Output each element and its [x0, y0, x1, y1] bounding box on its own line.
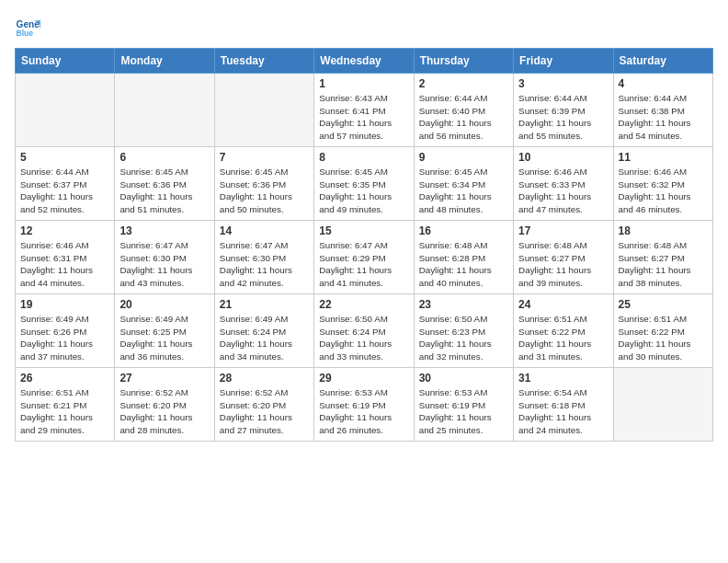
day-number: 5 [20, 151, 109, 164]
calendar-cell [115, 74, 214, 147]
calendar-cell: 12Sunrise: 6:46 AM Sunset: 6:31 PM Dayli… [16, 221, 115, 294]
day-info: Sunrise: 6:44 AM Sunset: 6:37 PM Dayligh… [20, 166, 109, 216]
header-saturday: Saturday [613, 49, 712, 74]
day-number: 25 [619, 298, 708, 311]
calendar-body: 1Sunrise: 6:43 AM Sunset: 6:41 PM Daylig… [16, 74, 713, 442]
day-number: 13 [119, 224, 209, 237]
calendar-cell [16, 74, 115, 147]
day-number: 8 [319, 151, 408, 164]
day-number: 16 [419, 224, 508, 237]
page-header: General Blue [15, 15, 713, 40]
calendar-cell: 4Sunrise: 6:44 AM Sunset: 6:38 PM Daylig… [613, 74, 712, 147]
day-number: 26 [20, 372, 109, 385]
day-number: 19 [20, 298, 109, 311]
day-info: Sunrise: 6:54 AM Sunset: 6:18 PM Dayligh… [518, 386, 608, 437]
header-thursday: Thursday [414, 49, 513, 74]
calendar-cell: 2Sunrise: 6:44 AM Sunset: 6:40 PM Daylig… [414, 74, 513, 147]
day-info: Sunrise: 6:53 AM Sunset: 6:19 PM Dayligh… [319, 386, 408, 437]
header-tuesday: Tuesday [214, 49, 313, 74]
day-info: Sunrise: 6:53 AM Sunset: 6:19 PM Dayligh… [419, 386, 508, 437]
calendar-cell: 17Sunrise: 6:48 AM Sunset: 6:27 PM Dayli… [514, 221, 613, 294]
calendar-cell: 23Sunrise: 6:50 AM Sunset: 6:23 PM Dayli… [414, 294, 513, 368]
day-number: 15 [319, 224, 408, 237]
day-info: Sunrise: 6:45 AM Sunset: 6:35 PM Dayligh… [319, 166, 408, 216]
calendar-cell: 25Sunrise: 6:51 AM Sunset: 6:22 PM Dayli… [613, 294, 712, 368]
day-info: Sunrise: 6:48 AM Sunset: 6:27 PM Dayligh… [518, 239, 608, 290]
week-row-1: 5Sunrise: 6:44 AM Sunset: 6:37 PM Daylig… [16, 147, 713, 221]
day-info: Sunrise: 6:48 AM Sunset: 6:27 PM Dayligh… [619, 239, 708, 290]
day-number: 22 [319, 298, 408, 311]
day-info: Sunrise: 6:49 AM Sunset: 6:25 PM Dayligh… [119, 313, 209, 363]
day-number: 3 [518, 77, 608, 90]
header-friday: Friday [514, 49, 613, 74]
day-info: Sunrise: 6:46 AM Sunset: 6:33 PM Dayligh… [518, 166, 608, 216]
day-number: 4 [619, 77, 708, 90]
day-number: 7 [220, 151, 309, 164]
week-row-4: 26Sunrise: 6:51 AM Sunset: 6:21 PM Dayli… [16, 368, 713, 442]
day-number: 29 [319, 372, 408, 385]
day-number: 12 [20, 224, 109, 237]
calendar-cell: 27Sunrise: 6:52 AM Sunset: 6:20 PM Dayli… [115, 368, 214, 442]
calendar-cell: 20Sunrise: 6:49 AM Sunset: 6:25 PM Dayli… [115, 294, 214, 368]
day-info: Sunrise: 6:51 AM Sunset: 6:22 PM Dayligh… [518, 313, 608, 363]
calendar-cell: 15Sunrise: 6:47 AM Sunset: 6:29 PM Dayli… [314, 221, 414, 294]
day-info: Sunrise: 6:47 AM Sunset: 6:29 PM Dayligh… [319, 239, 408, 290]
day-number: 21 [220, 298, 309, 311]
day-number: 10 [518, 151, 608, 164]
logo: General Blue [15, 15, 44, 40]
calendar-cell: 10Sunrise: 6:46 AM Sunset: 6:33 PM Dayli… [514, 147, 613, 221]
day-number: 18 [619, 224, 708, 237]
day-info: Sunrise: 6:50 AM Sunset: 6:24 PM Dayligh… [319, 313, 408, 363]
calendar-cell: 21Sunrise: 6:49 AM Sunset: 6:24 PM Dayli… [214, 294, 313, 368]
header-wednesday: Wednesday [314, 49, 414, 74]
day-number: 11 [619, 151, 708, 164]
day-info: Sunrise: 6:49 AM Sunset: 6:26 PM Dayligh… [20, 313, 109, 363]
calendar-cell: 22Sunrise: 6:50 AM Sunset: 6:24 PM Dayli… [314, 294, 414, 368]
day-info: Sunrise: 6:43 AM Sunset: 6:41 PM Dayligh… [319, 92, 408, 143]
day-info: Sunrise: 6:45 AM Sunset: 6:34 PM Dayligh… [419, 166, 508, 216]
day-info: Sunrise: 6:46 AM Sunset: 6:32 PM Dayligh… [619, 166, 708, 216]
svg-text:Blue: Blue [17, 29, 34, 38]
day-number: 24 [518, 298, 608, 311]
calendar-cell: 18Sunrise: 6:48 AM Sunset: 6:27 PM Dayli… [613, 221, 712, 294]
day-number: 27 [119, 372, 209, 385]
day-number: 30 [419, 372, 508, 385]
week-row-3: 19Sunrise: 6:49 AM Sunset: 6:26 PM Dayli… [16, 294, 713, 368]
day-info: Sunrise: 6:47 AM Sunset: 6:30 PM Dayligh… [119, 239, 209, 290]
day-number: 31 [518, 372, 608, 385]
day-info: Sunrise: 6:51 AM Sunset: 6:21 PM Dayligh… [20, 386, 109, 437]
calendar-cell: 29Sunrise: 6:53 AM Sunset: 6:19 PM Dayli… [314, 368, 414, 442]
calendar-cell: 14Sunrise: 6:47 AM Sunset: 6:30 PM Dayli… [214, 221, 313, 294]
week-row-2: 12Sunrise: 6:46 AM Sunset: 6:31 PM Dayli… [16, 221, 713, 294]
calendar-cell [214, 74, 313, 147]
calendar-cell: 19Sunrise: 6:49 AM Sunset: 6:26 PM Dayli… [16, 294, 115, 368]
calendar-cell: 6Sunrise: 6:45 AM Sunset: 6:36 PM Daylig… [115, 147, 214, 221]
calendar-cell: 24Sunrise: 6:51 AM Sunset: 6:22 PM Dayli… [514, 294, 613, 368]
day-number: 1 [319, 77, 408, 90]
day-number: 17 [518, 224, 608, 237]
day-number: 6 [119, 151, 209, 164]
week-row-0: 1Sunrise: 6:43 AM Sunset: 6:41 PM Daylig… [16, 74, 713, 147]
day-info: Sunrise: 6:45 AM Sunset: 6:36 PM Dayligh… [119, 166, 209, 216]
calendar-cell: 5Sunrise: 6:44 AM Sunset: 6:37 PM Daylig… [16, 147, 115, 221]
calendar-header-row: SundayMondayTuesdayWednesdayThursdayFrid… [16, 49, 713, 74]
day-info: Sunrise: 6:52 AM Sunset: 6:20 PM Dayligh… [119, 386, 209, 437]
calendar-cell: 16Sunrise: 6:48 AM Sunset: 6:28 PM Dayli… [414, 221, 513, 294]
header-monday: Monday [115, 49, 214, 74]
day-info: Sunrise: 6:49 AM Sunset: 6:24 PM Dayligh… [220, 313, 309, 363]
day-info: Sunrise: 6:51 AM Sunset: 6:22 PM Dayligh… [619, 313, 708, 363]
day-info: Sunrise: 6:45 AM Sunset: 6:36 PM Dayligh… [220, 166, 309, 216]
calendar-cell: 8Sunrise: 6:45 AM Sunset: 6:35 PM Daylig… [314, 147, 414, 221]
calendar-cell: 1Sunrise: 6:43 AM Sunset: 6:41 PM Daylig… [314, 74, 414, 147]
day-number: 2 [419, 77, 508, 90]
calendar-cell: 28Sunrise: 6:52 AM Sunset: 6:20 PM Dayli… [214, 368, 313, 442]
day-number: 23 [419, 298, 508, 311]
day-info: Sunrise: 6:47 AM Sunset: 6:30 PM Dayligh… [220, 239, 309, 290]
day-info: Sunrise: 6:48 AM Sunset: 6:28 PM Dayligh… [419, 239, 508, 290]
day-info: Sunrise: 6:52 AM Sunset: 6:20 PM Dayligh… [220, 386, 309, 437]
calendar-cell: 26Sunrise: 6:51 AM Sunset: 6:21 PM Dayli… [16, 368, 115, 442]
calendar-cell: 30Sunrise: 6:53 AM Sunset: 6:19 PM Dayli… [414, 368, 513, 442]
calendar-cell: 7Sunrise: 6:45 AM Sunset: 6:36 PM Daylig… [214, 147, 313, 221]
header-sunday: Sunday [16, 49, 115, 74]
day-info: Sunrise: 6:44 AM Sunset: 6:39 PM Dayligh… [518, 92, 608, 143]
